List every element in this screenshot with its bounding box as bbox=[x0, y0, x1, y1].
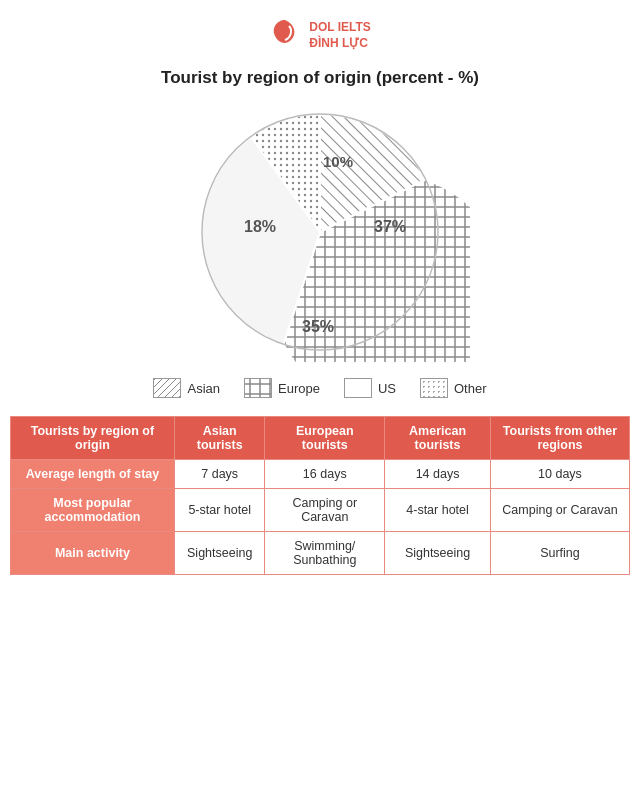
pie-label-asian: 18% bbox=[244, 218, 276, 235]
row-cell-0-3: 10 days bbox=[490, 460, 629, 489]
legend-label-other: Other bbox=[454, 381, 487, 396]
row-cell-1-2: 4-star hotel bbox=[385, 489, 491, 532]
row-cell-0-1: 16 days bbox=[265, 460, 385, 489]
legend-label-asian: Asian bbox=[187, 381, 220, 396]
row-cell-0-0: 7 days bbox=[174, 460, 264, 489]
legend-item-us: US bbox=[344, 378, 396, 398]
pie-label-other: 10% bbox=[323, 153, 353, 170]
pie-label-europe: 37% bbox=[374, 218, 406, 235]
pie-label-us: 35% bbox=[302, 318, 334, 335]
svg-rect-8 bbox=[245, 379, 272, 398]
row-cell-1-1: Camping or Caravan bbox=[265, 489, 385, 532]
legend-swatch-other bbox=[420, 378, 448, 398]
row-cell-1-3: Camping or Caravan bbox=[490, 489, 629, 532]
row-label-0: Average length of stay bbox=[11, 460, 175, 489]
row-label-1: Most popular accommodation bbox=[11, 489, 175, 532]
col-header-0: Tourists by region of origin bbox=[11, 417, 175, 460]
table-row: Main activity Sightseeing Swimming/ Sunb… bbox=[11, 532, 630, 575]
legend-label-europe: Europe bbox=[278, 381, 320, 396]
legend-swatch-us bbox=[344, 378, 372, 398]
data-table: Tourists by region of origin Asian touri… bbox=[10, 416, 630, 575]
table-row: Most popular accommodation 5-star hotel … bbox=[11, 489, 630, 532]
col-header-2: European tourists bbox=[265, 417, 385, 460]
logo-area: DOL IELTS ĐÌNH LỰC bbox=[0, 0, 640, 60]
row-cell-1-0: 5-star hotel bbox=[174, 489, 264, 532]
legend-swatch-europe-svg bbox=[245, 379, 272, 398]
pie-chart-container: 37% 35% 18% 10% bbox=[0, 102, 640, 362]
logo-icon bbox=[269, 18, 301, 54]
row-cell-0-2: 14 days bbox=[385, 460, 491, 489]
legend-item-europe: Europe bbox=[244, 378, 320, 398]
legend-item-other: Other bbox=[420, 378, 487, 398]
row-label-2: Main activity bbox=[11, 532, 175, 575]
row-cell-2-0: Sightseeing bbox=[174, 532, 264, 575]
legend-swatch-europe bbox=[244, 378, 272, 398]
row-cell-2-2: Sightseeing bbox=[385, 532, 491, 575]
chart-title: Tourist by region of origin (percent - %… bbox=[0, 68, 640, 88]
col-header-1: Asian tourists bbox=[174, 417, 264, 460]
legend-label-us: US bbox=[378, 381, 396, 396]
legend-swatch-asian bbox=[153, 378, 181, 398]
legend-item-asian: Asian bbox=[153, 378, 220, 398]
row-cell-2-1: Swimming/ Sunbathing bbox=[265, 532, 385, 575]
pie-chart: 37% 35% 18% 10% bbox=[170, 102, 470, 362]
table-wrapper: Tourists by region of origin Asian touri… bbox=[0, 416, 640, 591]
row-cell-2-3: Surfing bbox=[490, 532, 629, 575]
table-row: Average length of stay 7 days 16 days 14… bbox=[11, 460, 630, 489]
col-header-4: Tourists from other regions bbox=[490, 417, 629, 460]
col-header-3: American tourists bbox=[385, 417, 491, 460]
table-header-row: Tourists by region of origin Asian touri… bbox=[11, 417, 630, 460]
logo-text: DOL IELTS ĐÌNH LỰC bbox=[309, 20, 371, 51]
legend: Asian Europe US Other bbox=[0, 378, 640, 398]
